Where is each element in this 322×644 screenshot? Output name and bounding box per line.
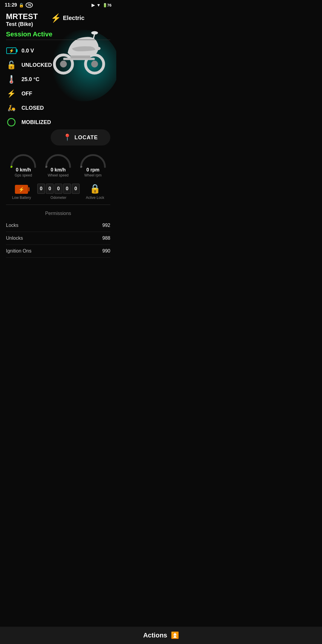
locate-label: LOCATE [75,134,98,141]
header-section: MRTEST Test (Bike) Session Active ⚡ Elec… [6,12,110,145]
gauge-gps-label: Gps speed [15,173,32,177]
lock-value: UNLOCKED [21,62,52,68]
signal-icon: ▶ [92,3,95,7]
stat-seat: 🛵 CLOSED [6,101,64,115]
battery-icon-top: 🔋76 [103,3,112,7]
permission-row-ignition: Ignition Ons 990 [6,245,110,258]
odometer-digit-0: 0 [37,184,45,194]
status-left: 11:29 🔒 76 [5,2,33,8]
lock-icon-status: 🔒 [19,3,24,7]
active-lock-icon: 🔒 [89,183,100,194]
status-time: 11:29 [5,2,17,8]
locate-pin-icon: 📍 [63,134,72,141]
permission-ignition-name: Ignition Ons [6,248,31,254]
power-value: OFF [21,91,32,97]
svg-point-3 [91,61,98,67]
status-badge: 76 [26,2,33,8]
seat-value: CLOSED [21,105,44,111]
scooter-green-icon: 🛵 [6,103,17,113]
thermometer-icon: 🌡️ [6,74,17,85]
permission-unlocks-name: Unlocks [6,236,23,241]
indicators-row: ⚡ Low Battery 0 0 0 0 0 Odometer 🔒 Activ… [6,180,110,205]
lock-orange-icon: 🔓 [6,60,17,70]
stat-temperature: 🌡️ 25.0 °C [6,72,64,86]
electric-label: Electric [63,15,84,21]
permission-ignition-value: 990 [102,248,110,254]
odometer-indicator: 0 0 0 0 0 Odometer [37,184,80,200]
stats-list: ⚡ 0.0 V 🔓 UNLOCKED 🌡️ 25.0 °C [6,44,64,129]
active-lock-label: Active Lock [86,196,104,200]
low-battery-label: Low Battery [12,196,31,200]
active-lock-indicator: 🔒 Active Lock [86,183,104,200]
gauge-rpm-label: Wheel rpm [84,173,102,177]
low-battery-icon: ⚡ [15,185,28,194]
svg-rect-7 [71,55,91,58]
odometer-display: 0 0 0 0 0 [37,184,80,194]
gauge-wheel-rpm: 0 rpm Wheel rpm [80,151,106,177]
electric-badge: ⚡ Electric [51,13,107,23]
permission-row-locks: Locks 992 [6,219,110,232]
header-divider [6,40,110,40]
odometer-label: Odometer [50,196,66,200]
permission-locks-name: Locks [6,223,18,228]
stat-power: ⚡ OFF [6,86,64,101]
permission-row-unlocks: Unlocks 988 [6,232,110,245]
circle-green-icon [6,117,17,128]
gauge-wheel-arc [45,151,72,168]
status-bar: 11:29 🔒 76 ▶ ▼ 🔋76 [0,0,116,9]
locate-button[interactable]: 📍 LOCATE [51,129,110,145]
voltage-value: 0.0 V [21,48,34,54]
temperature-value: 25.0 °C [21,76,39,83]
stat-lock: 🔓 UNLOCKED [6,58,64,72]
gauge-wheel-speed: 0 km/h Wheel speed [45,151,72,177]
mobilization-value: MOBILIZED [21,119,51,126]
odometer-digit-3: 0 [63,184,71,194]
gauge-wheel-value: 0 km/h [51,167,66,173]
odometer-digit-1: 0 [46,184,54,194]
gauge-rpm-value: 0 rpm [86,167,100,173]
locate-area: 📍 LOCATE [6,126,110,145]
permission-unlocks-value: 988 [102,236,110,241]
low-battery-indicator: ⚡ Low Battery [12,185,31,200]
permission-locks-value: 992 [102,223,110,228]
svg-point-8 [96,47,100,50]
main-content: MRTEST Test (Bike) Session Active ⚡ Elec… [0,9,116,208]
odometer-digit-2: 0 [55,184,62,194]
lightning-grey-icon: ⚡ [6,88,17,99]
permissions-section: Permissions Locks 992 Unlocks 988 Igniti… [0,208,116,261]
permissions-title: Permissions [6,211,110,216]
status-right: ▶ ▼ 🔋76 [92,3,112,7]
gauge-gps-arc [10,151,37,168]
gauge-gps-value: 0 km/h [16,167,31,173]
gauge-wheel-label: Wheel speed [48,173,69,177]
stat-voltage: ⚡ 0.0 V [6,44,64,58]
gauges-section: 0 km/h Gps speed 0 km/h Wheel speed 0 rp… [6,151,110,177]
gauge-gps-speed: 0 km/h Gps speed [10,151,37,177]
odometer-digit-4: 0 [72,184,80,194]
battery-teal-icon: ⚡ [6,45,17,56]
wifi-icon: ▼ [97,3,101,7]
gauge-rpm-arc [80,151,106,168]
lightning-icon: ⚡ [51,13,61,23]
